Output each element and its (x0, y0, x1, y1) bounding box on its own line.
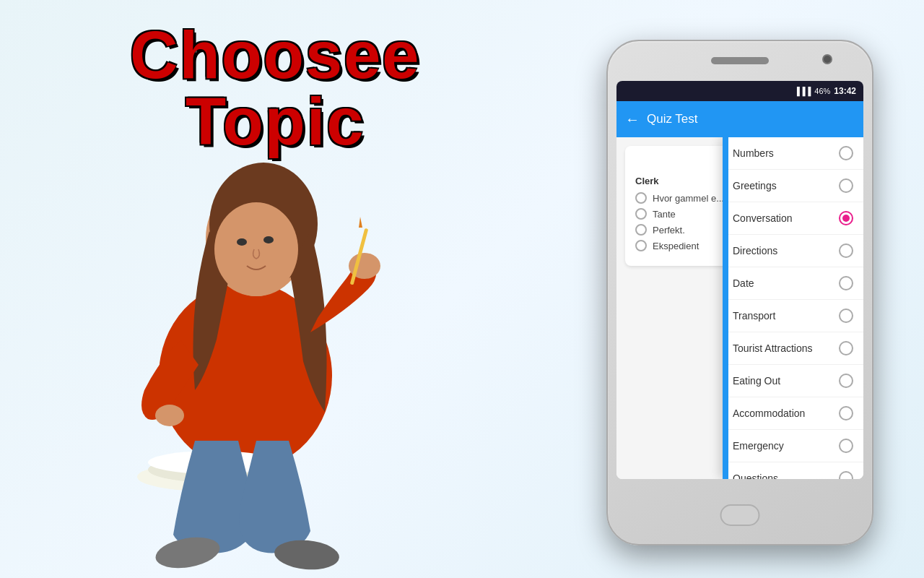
phone-container: ▐▐▐ 46% 13:42 ← Quiz Test Qu... Clerk Hv… (606, 40, 881, 560)
svg-point-4 (237, 238, 247, 246)
dropdown-item-3[interactable]: Directions (723, 235, 863, 267)
option-label-0: Hvor gammel e... (653, 193, 724, 204)
dropdown-item-label-3: Directions (733, 245, 777, 256)
phone-speaker (711, 57, 769, 64)
dropdown-item-8[interactable]: Accommodation (723, 397, 863, 430)
dropdown-radio-8[interactable] (839, 406, 853, 420)
signal-icon: ▐▐▐ (794, 87, 811, 95)
person-svg (65, 87, 426, 578)
dropdown-item-label-2: Conversation (733, 212, 793, 224)
dropdown-item-label-10: Questions (733, 473, 778, 479)
svg-point-3 (214, 202, 298, 296)
status-bar: ▐▐▐ 46% 13:42 (616, 81, 863, 101)
dropdown-item-9[interactable]: Emergency (723, 430, 863, 462)
dropdown-radio-9[interactable] (839, 439, 853, 453)
radio-0[interactable] (635, 192, 647, 204)
dropdown-radio-2[interactable] (839, 211, 853, 225)
radio-1[interactable] (635, 208, 647, 220)
clock: 13:42 (834, 86, 856, 96)
phone-home-button[interactable] (720, 504, 760, 526)
app-bar: ← Quiz Test (616, 101, 863, 137)
dropdown-item-label-6: Tourist Attractions (733, 342, 813, 354)
dropdown-item-label-1: Greetings (733, 180, 777, 191)
app-title: Quiz Test (647, 112, 698, 126)
dropdown-radio-5[interactable] (839, 309, 853, 323)
option-label-2: Perfekt. (653, 225, 685, 236)
dropdown-item-5[interactable]: Transport (723, 300, 863, 332)
dropdown-item-label-9: Emergency (733, 440, 784, 452)
dropdown-item-label-5: Transport (733, 310, 775, 322)
phone-screen: ▐▐▐ 46% 13:42 ← Quiz Test Qu... Clerk Hv… (616, 81, 863, 479)
dropdown-item-label-0: Numbers (733, 147, 774, 159)
dropdown-radio-7[interactable] (839, 374, 853, 388)
back-button[interactable]: ← (625, 111, 640, 128)
content-area: Qu... Clerk Hvor gammel e... Tante Perfe… (616, 137, 863, 479)
radio-3[interactable] (635, 240, 647, 251)
dropdown-item-label-4: Date (733, 277, 754, 289)
dropdown-item-6[interactable]: Tourist Attractions (723, 332, 863, 365)
svg-point-14 (155, 405, 184, 426)
dropdown-item-7[interactable]: Eating Out (723, 365, 863, 397)
dropdown-item-2[interactable]: Conversation (723, 202, 863, 235)
radio-2[interactable] (635, 224, 647, 236)
option-label-1: Tante (653, 209, 676, 220)
topic-dropdown: NumbersGreetingsConversationDirectionsDa… (723, 137, 863, 479)
person-image (36, 72, 455, 578)
phone-camera (822, 54, 832, 64)
dropdown-item-label-8: Accommodation (733, 407, 805, 419)
phone-body: ▐▐▐ 46% 13:42 ← Quiz Test Qu... Clerk Hv… (606, 40, 873, 545)
dropdown-item-label-7: Eating Out (733, 375, 780, 387)
svg-marker-8 (359, 217, 362, 228)
dropdown-item-1[interactable]: Greetings (723, 170, 863, 202)
dropdown-item-4[interactable]: Date (723, 267, 863, 300)
dropdown-radio-6[interactable] (839, 341, 853, 355)
dropdown-item-10[interactable]: Questions (723, 462, 863, 479)
dropdown-item-0[interactable]: Numbers (723, 137, 863, 170)
option-label-3: Ekspedient (653, 241, 699, 251)
dropdown-radio-1[interactable] (839, 178, 853, 193)
dropdown-radio-10[interactable] (839, 471, 853, 479)
dropdown-radio-4[interactable] (839, 276, 853, 290)
dropdown-radio-0[interactable] (839, 146, 853, 160)
battery-indicator: 46% (814, 87, 830, 95)
dropdown-accent-bar (723, 137, 728, 479)
dropdown-radio-3[interactable] (839, 243, 853, 258)
svg-point-5 (263, 236, 274, 243)
